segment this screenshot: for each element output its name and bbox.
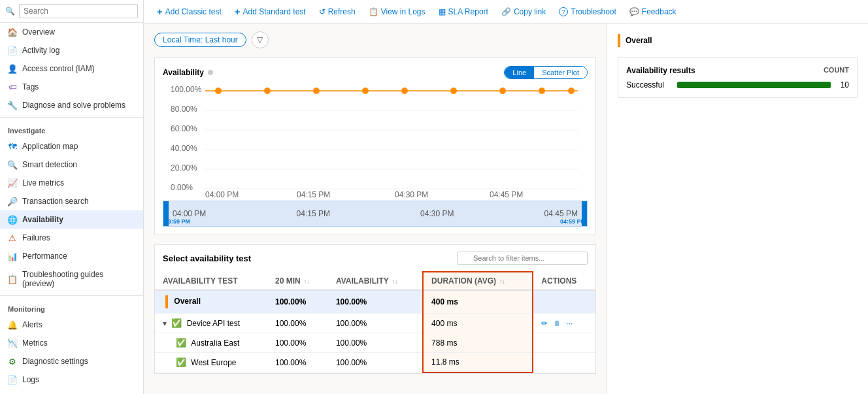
sidebar-item-live-metrics[interactable]: 📈 Live metrics <box>0 174 143 192</box>
sidebar-item-diagnose[interactable]: 🔧 Diagnose and solve problems <box>0 96 143 114</box>
table-search-input[interactable] <box>457 252 588 265</box>
troubleshooting-icon: 📋 <box>8 274 17 284</box>
slider-end-label: 04:59 PM <box>560 218 586 225</box>
filter-bar: Local Time: Last hour ▽ <box>154 31 596 48</box>
expand-icon[interactable]: ▾ <box>163 319 167 328</box>
sidebar-label-logs: Logs <box>22 375 39 384</box>
panel-orange-accent <box>618 34 620 47</box>
view-logs-label: View in Logs <box>381 7 426 16</box>
view-logs-icon: 📋 <box>369 7 378 16</box>
chart-title-text: Availability <box>163 68 204 77</box>
sidebar: 🔍 🏠 Overview 📄 Activity log 👤 Access con… <box>0 0 144 394</box>
add-standard-test-button[interactable]: + Add Standard test <box>229 4 311 19</box>
overall-availability: 100.00% <box>328 290 423 314</box>
slider-time-3: 04:30 PM <box>420 209 454 218</box>
table-search-wrap: 🔍 <box>457 252 588 265</box>
view-in-logs-button[interactable]: 📋 View in Logs <box>363 5 431 18</box>
time-filter-button[interactable]: Local Time: Last hour <box>154 33 246 47</box>
refresh-icon: ↺ <box>319 7 326 16</box>
feedback-icon: 💬 <box>629 7 639 16</box>
sidebar-item-smart-detection[interactable]: 🔍 Smart detection <box>0 156 143 174</box>
panel-title-text: Overall <box>626 36 652 45</box>
svg-point-15 <box>313 88 320 94</box>
sidebar-item-access-control[interactable]: 👤 Access control (IAM) <box>0 59 143 78</box>
chart-header: Availability Line Scatter Plot <box>163 66 588 79</box>
sidebar-item-activity-log[interactable]: 📄 Activity log <box>0 41 143 59</box>
copy-link-label: Copy link <box>514 7 546 16</box>
content-main: Local Time: Last hour ▽ Availability Lin… <box>144 24 607 394</box>
device-api-name: Device API test <box>187 319 240 328</box>
failures-icon: ⚠ <box>8 233 17 242</box>
availability-chart-section: Availability Line Scatter Plot 100.00% 8… <box>154 57 596 235</box>
copy-link-icon: 🔗 <box>501 7 511 16</box>
more-icon[interactable]: ··· <box>566 319 573 328</box>
pause-icon[interactable]: ⏸ <box>553 319 561 328</box>
toolbar: + Add Classic test + Add Standard test ↺… <box>144 0 868 24</box>
sidebar-label-troubleshooting: Troubleshooting guides (preview) <box>22 270 135 288</box>
feedback-button[interactable]: 💬 Feedback <box>624 5 682 18</box>
overview-icon: 🏠 <box>8 27 17 37</box>
main-content: + Add Classic test + Add Standard test ↺… <box>144 0 868 394</box>
copy-link-button[interactable]: 🔗 Copy link <box>496 5 551 18</box>
australia-east-actions <box>533 333 595 353</box>
svg-text:40.00%: 40.00% <box>171 144 197 153</box>
add-classic-test-button[interactable]: + Add Classic test <box>152 4 227 19</box>
table-row-overall: Overall 100.00% 100.00% 400 ms <box>155 290 595 314</box>
edit-icon[interactable]: ✏ <box>541 319 548 328</box>
sidebar-search-container: 🔍 <box>0 0 143 23</box>
sidebar-item-logs[interactable]: 📄 Logs <box>0 370 143 389</box>
sidebar-item-overview[interactable]: 🏠 Overview <box>0 23 143 41</box>
sidebar-item-diagnostic-settings[interactable]: ⚙ Diagnostic settings <box>0 352 143 370</box>
sidebar-item-troubleshooting[interactable]: 📋 Troubleshooting guides (preview) <box>0 265 143 293</box>
avail-count: 10 <box>836 80 849 90</box>
svg-point-13 <box>215 88 222 94</box>
svg-text:04:30 PM: 04:30 PM <box>395 190 428 199</box>
overall-orange-indicator <box>165 295 168 308</box>
svg-text:04:45 PM: 04:45 PM <box>490 190 523 199</box>
svg-text:04:15 PM: 04:15 PM <box>297 190 330 199</box>
svg-point-19 <box>499 88 506 94</box>
table-row-device-api: ▾ ✅ Device API test 100.00% 100.00% 400 … <box>155 314 595 333</box>
sort-icon-availability[interactable]: ↑↓ <box>392 278 398 285</box>
sort-icon-duration[interactable]: ↑↓ <box>499 278 505 285</box>
svg-point-16 <box>362 88 369 94</box>
right-panel: Overall Availability results COUNT Succe… <box>607 24 868 394</box>
availability-icon: 🌐 <box>8 215 17 224</box>
add-classic-label: Add Classic test <box>165 7 222 16</box>
svg-point-21 <box>568 88 575 94</box>
filter-options-button[interactable]: ▽ <box>252 31 269 48</box>
search-input[interactable] <box>19 4 138 18</box>
west-europe-availability: 100.00% <box>328 353 423 372</box>
sort-icon-20min[interactable]: ↑↓ <box>304 278 310 285</box>
sidebar-label-transaction-search: Transaction search <box>22 197 89 206</box>
troubleshoot-button[interactable]: ? Troubleshoot <box>554 5 622 18</box>
sidebar-item-metrics[interactable]: 📉 Metrics <box>0 334 143 352</box>
content-area: Local Time: Last hour ▽ Availability Lin… <box>144 24 868 394</box>
sidebar-item-alerts[interactable]: 🔔 Alerts <box>0 316 143 334</box>
sidebar-item-application-map[interactable]: 🗺 Application map <box>0 137 143 156</box>
feedback-label: Feedback <box>642 7 676 16</box>
sidebar-item-failures[interactable]: ⚠ Failures <box>0 229 143 247</box>
west-europe-duration: 11.8 ms <box>423 353 533 372</box>
time-slider[interactable]: 04:00 PM 04:15 PM 04:30 PM 04:45 PM 03:5… <box>163 201 588 227</box>
troubleshoot-label: Troubleshoot <box>571 7 616 16</box>
sidebar-item-tags[interactable]: 🏷 Tags <box>0 78 143 96</box>
diagnose-icon: 🔧 <box>8 101 17 110</box>
section-investigate: Investigate <box>0 120 143 137</box>
table-row-west-europe: ✅ West Europe 100.00% 100.00% 11.8 ms <box>155 353 595 372</box>
sla-report-button[interactable]: ▦ SLA Report <box>433 5 493 18</box>
col-header-actions: ACTIONS <box>533 272 595 290</box>
scatter-plot-button[interactable]: Scatter Plot <box>534 67 587 78</box>
sidebar-item-transaction-search[interactable]: 🔎 Transaction search <box>0 192 143 210</box>
avail-bar <box>677 82 831 88</box>
chart-svg-container: 100.00% 80.00% 60.00% 40.00% 20.00% 0.00… <box>163 84 588 201</box>
line-chart-button[interactable]: Line <box>505 67 534 78</box>
search-icon: 🔍 <box>5 7 15 16</box>
sidebar-label-smart-detection: Smart detection <box>22 160 77 169</box>
sidebar-item-availability[interactable]: 🌐 Availability <box>0 210 143 229</box>
sidebar-item-performance[interactable]: 📊 Performance <box>0 247 143 265</box>
panel-card-title-text: Availability results <box>626 66 695 75</box>
col-header-duration: DURATION (AVG) ↑↓ <box>423 272 533 290</box>
refresh-button[interactable]: ↺ Refresh <box>314 5 361 18</box>
sidebar-label-alerts: Alerts <box>22 320 42 329</box>
